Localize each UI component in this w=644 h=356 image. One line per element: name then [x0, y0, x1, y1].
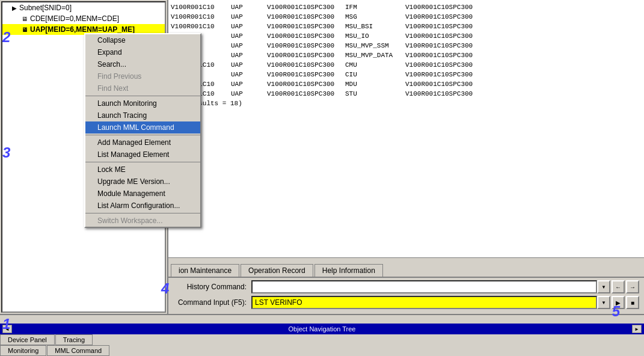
- nav-scroll-left[interactable]: ◄: [2, 325, 12, 333]
- tree-item-label: CDE[MEID=0,MENM=CDE]: [30, 14, 119, 23]
- history-back-btn[interactable]: ←: [612, 280, 625, 293]
- expand-icon: ▶: [12, 5, 17, 11]
- data-row: 001C10 UAP V100R001C10SPC300 MSU_IO V100…: [171, 31, 642, 41]
- menu-list-alarm[interactable]: List Alarm Configuration...: [85, 200, 200, 212]
- menu-search[interactable]: Search...: [85, 58, 200, 70]
- data-row: 001C10 UAP V100R001C10SPC300 CIU V100R00…: [171, 70, 642, 79]
- menu-module-mgmt[interactable]: Module Management: [85, 188, 200, 200]
- history-dropdown[interactable]: ▼: [597, 280, 610, 293]
- end-line: END: [171, 108, 642, 118]
- tab-device-panel[interactable]: Device Panel: [0, 334, 55, 345]
- data-row: 001C10 UAP V100R001C10SPC300 MSU_MVP_DAT…: [171, 51, 642, 60]
- tab-monitoring[interactable]: Monitoring: [0, 345, 46, 356]
- right-panel: V100R001C10 UAP V100R001C10SPC300 IFM V1…: [168, 0, 644, 314]
- tree-item-label: Subnet[SNID=0]: [19, 4, 72, 12]
- command-run-btn[interactable]: ▶: [612, 296, 625, 309]
- context-menu: Collapse Expand Search... Find Previous …: [84, 33, 201, 228]
- menu-launch-mml[interactable]: Launch MML Command: [85, 121, 200, 134]
- input-row: Command Input (F5): ▼ ▶ ■: [173, 296, 639, 309]
- data-row: V100R001C10 UAP V100R001C10SPC300 MSU_BS…: [171, 22, 642, 31]
- tree-item-subnet[interactable]: ▶ Subnet[SNID=0]: [2, 2, 165, 13]
- menu-list-managed[interactable]: List Managed Element: [85, 149, 200, 161]
- menu-launch-tracing[interactable]: Launch Tracing: [85, 109, 200, 121]
- menu-switch-ws: Switch Workspace...: [85, 215, 200, 227]
- menu-sep4: [85, 213, 200, 213]
- nav-tabs-row1: Device Panel Tracing: [0, 334, 644, 345]
- menu-sep2: [85, 135, 200, 135]
- menu-sep3: [85, 162, 200, 162]
- menu-find-next: Find Next: [85, 82, 200, 94]
- nav-title: Object Navigation Tree: [12, 325, 632, 333]
- nav-title-bar: ◄ Object Navigation Tree ►: [0, 324, 644, 334]
- menu-expand[interactable]: Expand: [85, 46, 200, 58]
- tab-mml-command[interactable]: MML Command: [47, 345, 109, 356]
- result-line: r of results = 18): [171, 99, 642, 108]
- tab-tracing[interactable]: Tracing: [55, 334, 93, 345]
- menu-add-managed[interactable]: Add Managed Element: [85, 137, 200, 149]
- nav-tabs-row2: Monitoring MML Command: [0, 345, 644, 356]
- uap-icon: 🖥: [22, 26, 28, 33]
- history-row: History Command: ▼ ← →: [173, 280, 639, 293]
- tree-item-cde[interactable]: 🖥 CDE[MEID=0,MENM=CDE]: [2, 13, 165, 24]
- right-panel-upper: V100R001C10 UAP V100R001C10SPC300 IFM V1…: [168, 0, 644, 277]
- menu-launch-monitoring[interactable]: Launch Monitoring: [85, 97, 200, 109]
- left-panel: 2 ▶ Subnet[SNID=0] 🖥 CDE[MEID=0,MENM=CDE…: [0, 0, 168, 314]
- nav-scroll-right[interactable]: ►: [632, 325, 642, 333]
- data-row: V100R001C10 UAP V100R001C10SPC300 MDU V1…: [171, 79, 642, 89]
- data-row: 001C10 UAP V100R001C10SPC300 MSU_MVP_SSM…: [171, 41, 642, 51]
- command-input[interactable]: [251, 296, 597, 309]
- cde-icon: 🖥: [22, 16, 28, 22]
- tab-maintenance[interactable]: ion Maintenance: [171, 264, 239, 277]
- data-row: V100R001C10 UAP V100R001C10SPC300 STU V1…: [171, 89, 642, 99]
- history-fwd-btn[interactable]: →: [626, 280, 639, 293]
- menu-collapse[interactable]: Collapse: [85, 34, 200, 46]
- command-dropdown[interactable]: ▼: [597, 296, 610, 309]
- menu-upgrade-me[interactable]: Upgrade ME Version...: [85, 176, 200, 188]
- bottom-nav: 1 ◄ Object Navigation Tree ► Device Pane…: [0, 314, 644, 356]
- data-row: V100R001C10 UAP V100R001C10SPC300 CMU V1…: [171, 60, 642, 70]
- tree-item-label: UAP[MEID=6,MENM=UAP_ME]: [30, 25, 135, 34]
- input-label: Command Input (F5):: [173, 298, 251, 307]
- menu-find-previous: Find Previous: [85, 70, 200, 82]
- tab-help[interactable]: Help Information: [314, 264, 383, 277]
- command-area: 4 History Command: ▼ ← → Command Input (…: [168, 277, 644, 314]
- data-area: V100R001C10 UAP V100R001C10SPC300 IFM V1…: [168, 0, 644, 257]
- menu-sep1: [85, 96, 200, 96]
- tabs-bar: ion Maintenance Operation Record Help In…: [168, 257, 644, 277]
- data-row: V100R001C10 UAP V100R001C10SPC300 MSG V1…: [171, 12, 642, 22]
- command-stop-btn[interactable]: ■: [626, 296, 639, 309]
- app-container: 2 ▶ Subnet[SNID=0] 🖥 CDE[MEID=0,MENM=CDE…: [0, 0, 644, 356]
- nav-title-inner: ◄ Object Navigation Tree ►: [2, 325, 642, 333]
- history-label: History Command:: [173, 283, 251, 291]
- main-area: 2 ▶ Subnet[SNID=0] 🖥 CDE[MEID=0,MENM=CDE…: [0, 0, 644, 314]
- tab-operation[interactable]: Operation Record: [241, 264, 313, 277]
- data-row: V100R001C10 UAP V100R001C10SPC300 IFM V1…: [171, 2, 642, 12]
- menu-lock-me[interactable]: Lock ME: [85, 164, 200, 176]
- history-input[interactable]: [251, 280, 597, 293]
